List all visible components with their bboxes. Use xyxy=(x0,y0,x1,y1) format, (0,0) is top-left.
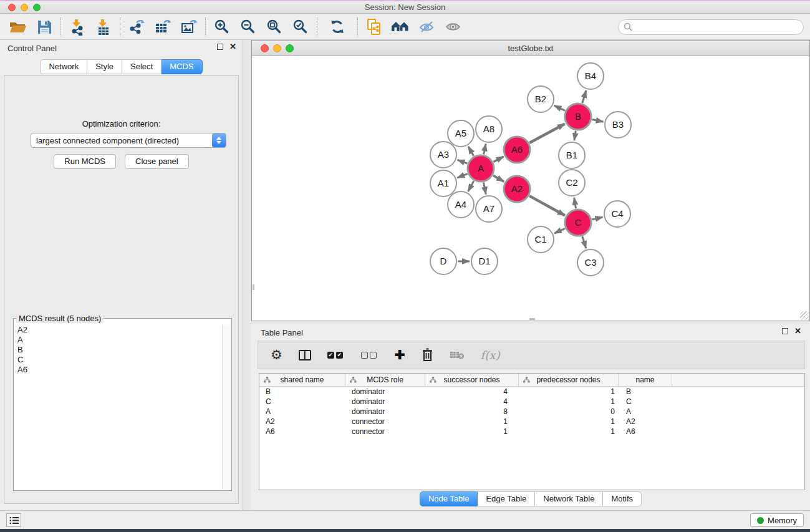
import-table-icon[interactable] xyxy=(90,16,117,37)
show-all-icon[interactable] xyxy=(440,16,466,37)
column-header-name[interactable]: name xyxy=(619,374,672,386)
graph-edge-C-C4[interactable] xyxy=(592,217,602,220)
close-network-window-button[interactable] xyxy=(261,44,269,52)
zoom-out-icon[interactable] xyxy=(235,16,261,37)
graph-node-A1[interactable]: A1 xyxy=(430,170,456,196)
table-row[interactable]: Cdominator41C xyxy=(259,397,804,407)
table-row[interactable]: A2connector11A2 xyxy=(259,417,804,427)
graph-node-B3[interactable]: B3 xyxy=(605,112,631,138)
result-item-b[interactable]: B xyxy=(15,345,221,355)
tab-select[interactable]: Select xyxy=(122,59,162,74)
graph-edge-A-A1[interactable] xyxy=(457,174,467,178)
tab-network[interactable]: Network xyxy=(40,59,87,74)
graph-edge-B-B4[interactable] xyxy=(582,90,586,103)
graph-node-D[interactable]: D xyxy=(430,248,456,274)
copy-network-icon[interactable] xyxy=(361,16,387,37)
home-view-icon[interactable] xyxy=(387,16,413,37)
result-scrollbar[interactable] xyxy=(222,325,231,490)
graph-node-C3[interactable]: C3 xyxy=(577,249,604,276)
graph-edge-A-A4[interactable] xyxy=(468,181,474,191)
graph-node-A8[interactable]: A8 xyxy=(476,116,502,142)
graph-node-D1[interactable]: D1 xyxy=(471,248,498,274)
result-item-a2[interactable]: A2 xyxy=(15,325,221,335)
zoom-fit-icon[interactable] xyxy=(261,16,287,37)
save-session-icon[interactable] xyxy=(31,16,57,37)
maximize-window-button[interactable] xyxy=(33,4,41,11)
table-row[interactable]: Adominator80A xyxy=(259,407,804,417)
search-box[interactable] xyxy=(618,19,804,35)
graph-edge-A-A3[interactable] xyxy=(458,160,468,163)
network-window-titlebar[interactable]: testGlobe.txt xyxy=(252,41,809,56)
export-image-icon[interactable] xyxy=(176,16,202,37)
refresh-icon[interactable] xyxy=(324,16,350,37)
close-panel-icon[interactable]: ✕ xyxy=(229,44,236,50)
graph-edge-B-B1[interactable] xyxy=(574,131,576,141)
memory-button[interactable]: Memory xyxy=(750,513,804,527)
run-mcds-button[interactable]: Run MCDS xyxy=(54,154,116,169)
column-header-predecessor-nodes[interactable]: predecessor nodes xyxy=(519,374,619,386)
close-window-button[interactable] xyxy=(8,4,16,11)
split-view-icon[interactable] xyxy=(299,350,311,360)
graph-node-C1[interactable]: C1 xyxy=(528,226,554,253)
graph-node-A3[interactable]: A3 xyxy=(430,142,456,168)
maximize-network-window-button[interactable] xyxy=(286,44,294,52)
task-history-button[interactable] xyxy=(6,513,21,527)
close-panel-button[interactable]: Close panel xyxy=(125,154,189,169)
minimize-network-window-button[interactable] xyxy=(273,44,281,52)
delete-column-icon[interactable] xyxy=(422,348,433,362)
graph-edge-C-C3[interactable] xyxy=(582,236,586,248)
graph-node-A[interactable]: A xyxy=(468,155,494,181)
tab-node-table[interactable]: Node Table xyxy=(420,491,478,506)
result-item-c[interactable]: C xyxy=(15,355,221,365)
graph-node-B2[interactable]: B2 xyxy=(528,86,554,112)
window-resize-grip[interactable] xyxy=(800,311,809,320)
graph-edge-A-A5[interactable] xyxy=(468,147,474,156)
float-table-panel-icon[interactable] xyxy=(782,328,788,334)
column-header-shared-name[interactable]: shared name xyxy=(259,374,345,386)
gear-icon[interactable]: ⚙ xyxy=(271,349,282,361)
graph-node-A5[interactable]: A5 xyxy=(448,120,474,147)
export-table-icon[interactable] xyxy=(150,16,176,37)
open-session-icon[interactable] xyxy=(5,16,31,37)
column-header-mcds-role[interactable]: MCDS role xyxy=(345,374,425,386)
table-row[interactable]: Bdominator41B xyxy=(259,387,804,397)
float-panel-icon[interactable] xyxy=(217,44,223,50)
graph-node-B1[interactable]: B1 xyxy=(559,142,585,168)
graph-node-B4[interactable]: B4 xyxy=(577,63,604,89)
graph-edge-A-A7[interactable] xyxy=(484,183,486,195)
graph-node-C[interactable]: C xyxy=(565,210,591,236)
graph-edge-C-C1[interactable] xyxy=(554,228,565,233)
tab-network-table[interactable]: Network Table xyxy=(535,491,603,506)
graph-edge-A-A6[interactable] xyxy=(493,157,503,162)
deselect-all-icon[interactable] xyxy=(361,352,378,359)
result-item-a6[interactable]: A6 xyxy=(15,365,221,375)
minimize-window-button[interactable] xyxy=(21,4,28,11)
graph-edge-B-B3[interactable] xyxy=(592,120,604,122)
zoom-in-icon[interactable] xyxy=(209,16,235,37)
tab-edge-table[interactable]: Edge Table xyxy=(478,491,535,506)
tab-mcds[interactable]: MCDS xyxy=(162,59,202,74)
graph-node-A6[interactable]: A6 xyxy=(504,137,530,163)
table-row[interactable]: A6connector11A6 xyxy=(259,427,804,437)
graph-edge-A2-C[interactable] xyxy=(529,196,565,215)
add-column-icon[interactable]: ✚ xyxy=(395,347,405,362)
graph-node-C2[interactable]: C2 xyxy=(559,170,585,196)
graph-edge-A6-B[interactable] xyxy=(529,123,565,143)
tab-style[interactable]: Style xyxy=(87,59,122,74)
result-item-a[interactable]: A xyxy=(15,335,221,345)
column-header-successor-nodes[interactable]: successor nodes xyxy=(425,374,519,386)
graph-edge-B-B2[interactable] xyxy=(554,105,565,110)
graph-node-C4[interactable]: C4 xyxy=(604,201,630,227)
graph-edge-A-A8[interactable] xyxy=(484,144,486,155)
criterion-dropdown[interactable]: largest connected component (directed) xyxy=(31,133,226,148)
graph-node-A7[interactable]: A7 xyxy=(476,196,502,222)
graph-node-A2[interactable]: A2 xyxy=(504,176,530,202)
search-input[interactable] xyxy=(636,22,803,32)
graph-node-A4[interactable]: A4 xyxy=(448,191,474,218)
zoom-selected-icon[interactable] xyxy=(287,16,314,37)
graph-edge-C-C2[interactable] xyxy=(574,198,576,209)
tab-motifs[interactable]: Motifs xyxy=(603,491,642,506)
select-all-icon[interactable]: ✔✔ xyxy=(327,352,345,359)
close-table-panel-icon[interactable]: ✕ xyxy=(794,328,801,334)
graph-edge-A-A2[interactable] xyxy=(493,175,504,181)
